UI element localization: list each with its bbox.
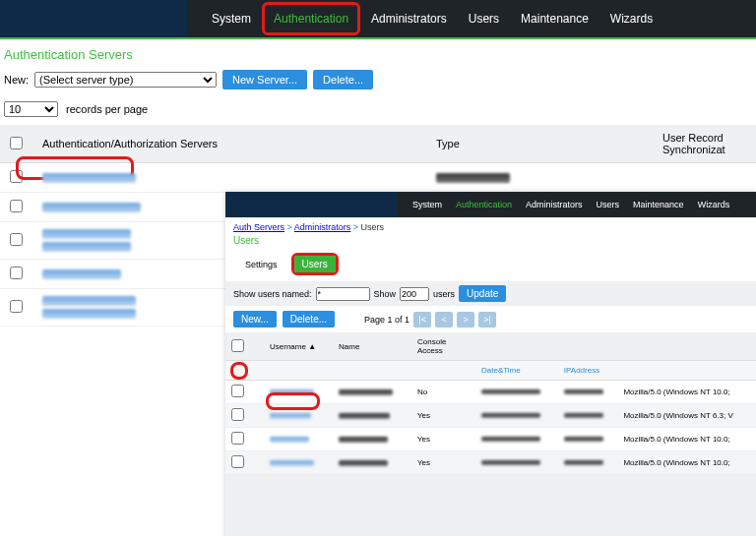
top-navbar: System Authentication Administrators Use… — [0, 0, 756, 37]
ua-cell: Mozilla/5.0 (Windows NT 6.3; V — [617, 404, 756, 428]
inner-nav-administrators[interactable]: Administrators — [519, 194, 590, 215]
sort-asc-icon: ▲ — [308, 342, 316, 351]
uheader-ip[interactable]: IPAddress — [558, 361, 618, 381]
row-checkbox[interactable] — [10, 267, 23, 279]
inner-menu: System Authentication Administrators Use… — [398, 192, 756, 217]
user-row[interactable]: Yes Mozilla/5.0 (Windows NT 10.0; — [225, 451, 756, 475]
user-row-empty — [225, 475, 756, 537]
header-sync[interactable]: User Record Synchronizat — [653, 125, 756, 163]
tab-users[interactable]: Users — [294, 256, 336, 272]
inner-nav-maintenance[interactable]: Maintenance — [626, 194, 691, 215]
nav-system[interactable]: System — [201, 2, 262, 35]
filter-row: Show users named: Show users Update — [225, 281, 756, 306]
server-type-select[interactable]: (Select server type) — [34, 72, 217, 88]
inner-nav-wizards[interactable]: Wizards — [691, 194, 737, 215]
user-row-checkbox[interactable] — [231, 455, 244, 468]
select-all-checkbox[interactable] — [10, 137, 23, 149]
records-per-page-row: 10 records per page — [0, 97, 756, 125]
top-menu: System Authentication Administrators Use… — [187, 0, 756, 37]
inner-nav-users[interactable]: Users — [590, 194, 627, 215]
header-type[interactable]: Type — [426, 125, 653, 163]
tab-users-highlight: Users — [291, 253, 339, 275]
bc-administrators[interactable]: Administrators — [294, 222, 351, 232]
inner-navbar: System Authentication Administrators Use… — [225, 192, 756, 217]
user-row-checkbox[interactable] — [231, 432, 244, 445]
records-count-select[interactable]: 10 — [4, 101, 58, 117]
update-button[interactable]: Update — [459, 285, 506, 302]
records-label: records per page — [66, 103, 148, 115]
pager-first[interactable]: |< — [413, 312, 431, 328]
inner-nav-authentication[interactable]: Authentication — [449, 194, 519, 215]
pager-prev[interactable]: < — [435, 312, 453, 328]
new-user-button-top[interactable]: New... — [233, 311, 277, 328]
pager-top: Page 1 of 1 |< < > >| — [364, 312, 496, 328]
uheader-name[interactable]: Name — [333, 332, 411, 361]
select-all-users-checkbox[interactable] — [231, 339, 244, 352]
users-table: Username ▲ Name Console Access Date&Time… — [225, 332, 756, 536]
delete-user-button-top[interactable]: Delete... — [283, 311, 335, 328]
uheader-last — [475, 332, 756, 361]
uheader-check — [225, 332, 250, 361]
delete-server-button[interactable]: Delete... — [313, 70, 373, 89]
action-row-top: New... Delete... Page 1 of 1 |< < > >| — [225, 306, 756, 332]
nav-maintenance[interactable]: Maintenance — [510, 2, 599, 35]
row-checkbox[interactable] — [10, 200, 23, 212]
show-label2: Show — [374, 289, 397, 299]
row-checkbox[interactable] — [10, 170, 23, 183]
tab-settings[interactable]: Settings — [245, 260, 278, 269]
user-row[interactable]: No Mozilla/5.0 (Windows NT 10.0; — [225, 381, 756, 404]
ua-cell: Mozilla/5.0 (Windows NT 10.0; — [617, 451, 756, 475]
header-auth-servers[interactable]: Authentication/Authorization Servers — [32, 125, 426, 163]
breadcrumb: Auth Servers > Administrators > Users — [225, 217, 756, 234]
new-server-button[interactable]: New Server... — [222, 70, 307, 89]
page-title: Authentication Servers — [0, 39, 756, 68]
new-server-row: New: (Select server type) New Server... … — [0, 68, 756, 97]
console-cell: No — [411, 381, 475, 404]
row-checkbox[interactable] — [10, 300, 23, 313]
ua-cell: Mozilla/5.0 (Windows NT 10.0; — [617, 381, 756, 404]
tab-row: Settings Users — [225, 250, 756, 281]
ua-cell: Mozilla/5.0 (Windows NT 10.0; — [617, 428, 756, 451]
inner-page-title: Users — [225, 234, 756, 250]
console-cell: Yes — [411, 428, 475, 451]
logo-area — [0, 0, 187, 37]
row-checkbox[interactable] — [10, 233, 23, 246]
uheader-num — [250, 332, 264, 361]
header-checkbox-col — [0, 125, 32, 163]
user-row-checkbox[interactable] — [231, 408, 244, 421]
bc-authservers[interactable]: Auth Servers — [233, 222, 284, 232]
console-cell: Yes — [411, 404, 475, 428]
pager-last[interactable]: >| — [478, 312, 496, 328]
uheader-datetime[interactable]: Date&Time — [475, 361, 558, 381]
show-users-label: Show users named: — [233, 289, 312, 299]
nav-administrators[interactable]: Administrators — [360, 2, 458, 35]
user-row-checkbox[interactable] — [231, 385, 244, 397]
users-label: users — [433, 289, 455, 299]
nav-wizards[interactable]: Wizards — [599, 2, 663, 35]
inner-logo-area — [225, 192, 398, 217]
console-cell: Yes — [411, 451, 475, 475]
users-named-input[interactable] — [316, 287, 370, 301]
nav-authentication[interactable]: Authentication — [265, 5, 357, 32]
table-row[interactable] — [0, 163, 756, 193]
nav-users[interactable]: Users — [458, 2, 510, 35]
uheader-console[interactable]: Console Access — [411, 332, 475, 361]
pager-next[interactable]: > — [457, 312, 474, 328]
user-row[interactable]: Yes Mozilla/5.0 (Windows NT 10.0; — [225, 428, 756, 451]
uheader-username[interactable]: Username ▲ — [264, 332, 333, 361]
users-panel: System Authentication Administrators Use… — [225, 192, 756, 536]
users-count-input[interactable] — [400, 287, 429, 301]
user-row[interactable]: Yes Mozilla/5.0 (Windows NT 6.3; V — [225, 404, 756, 428]
pager-label: Page 1 of 1 — [364, 315, 410, 325]
bc-current: Users — [361, 222, 385, 232]
inner-nav-system[interactable]: System — [406, 194, 449, 215]
nav-authentication-highlight: Authentication — [262, 2, 360, 35]
new-label: New: — [4, 74, 29, 86]
